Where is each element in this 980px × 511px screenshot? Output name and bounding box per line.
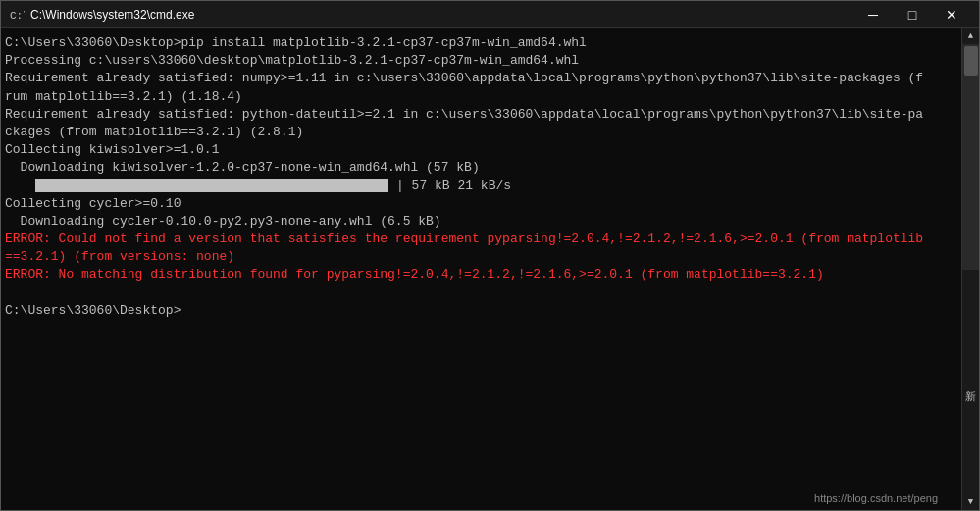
scroll-up-button[interactable]: ▲ bbox=[962, 28, 980, 44]
window-title: C:\Windows\system32\cmd.exe bbox=[30, 8, 194, 22]
terminal-line: C:\Users\33060\Desktop>pip install matpl… bbox=[5, 35, 587, 50]
scroll-track bbox=[962, 44, 980, 270]
scroll-down-button[interactable]: ▼ bbox=[962, 494, 980, 510]
watermark: https://blog.csdn.net/peng bbox=[814, 492, 938, 504]
terminal-line: Downloading cycler-0.10.0-py2.py3-none-a… bbox=[5, 214, 441, 229]
error-line: ERROR: No matching distribution found fo… bbox=[5, 267, 824, 281]
window-controls[interactable]: ─ □ ✕ bbox=[853, 1, 971, 28]
terminal-output[interactable]: C:\Users\33060\Desktop>pip install matpl… bbox=[1, 28, 961, 510]
title-bar: C:\ C:\Windows\system32\cmd.exe ─ □ ✕ bbox=[1, 1, 979, 28]
terminal-line: Requirement already satisfied: numpy>=1.… bbox=[5, 71, 923, 85]
cmd-icon: C:\ bbox=[9, 7, 25, 23]
close-button[interactable]: ✕ bbox=[932, 1, 971, 28]
cmd-window: C:\ C:\Windows\system32\cmd.exe ─ □ ✕ C:… bbox=[0, 0, 980, 511]
progress-bar-line: | 57 kB 21 kB/s bbox=[5, 179, 511, 193]
svg-text:C:\: C:\ bbox=[10, 10, 25, 22]
maximize-button[interactable]: □ bbox=[893, 1, 932, 28]
title-bar-left: C:\ C:\Windows\system32\cmd.exe bbox=[9, 7, 194, 23]
panel-label-area: 新 bbox=[963, 270, 978, 495]
error-line: ==3.2.1) (from versions: none) bbox=[5, 249, 234, 264]
minimize-button[interactable]: ─ bbox=[853, 1, 893, 28]
terminal-line: rum matplotlib==3.2.1) (1.18.4) bbox=[5, 89, 242, 104]
panel-label: 新 bbox=[963, 378, 978, 385]
progress-line: Downloading kiwisolver-1.2.0-cp37-none-w… bbox=[5, 160, 480, 175]
terminal-line: ckages (from matplotlib==3.2.1) (2.8.1) bbox=[5, 125, 303, 139]
content-area: C:\Users\33060\Desktop>pip install matpl… bbox=[1, 28, 979, 510]
terminal-line: Collecting cycler>=0.10 bbox=[5, 196, 181, 211]
terminal-line: Requirement already satisfied: python-da… bbox=[5, 107, 923, 122]
error-line: ERROR: Could not find a version that sat… bbox=[5, 231, 923, 246]
terminal-line: C:\Users\33060\Desktop> bbox=[5, 303, 181, 318]
terminal-line: Processing c:\users\33060\desktop\matplo… bbox=[5, 53, 579, 68]
scroll-thumb[interactable] bbox=[964, 46, 978, 76]
terminal-wrapper: C:\Users\33060\Desktop>pip install matpl… bbox=[1, 28, 961, 510]
terminal-line: Collecting kiwisolver>=1.0.1 bbox=[5, 142, 219, 157]
right-panel: ▲ 新 ▼ bbox=[961, 28, 979, 510]
